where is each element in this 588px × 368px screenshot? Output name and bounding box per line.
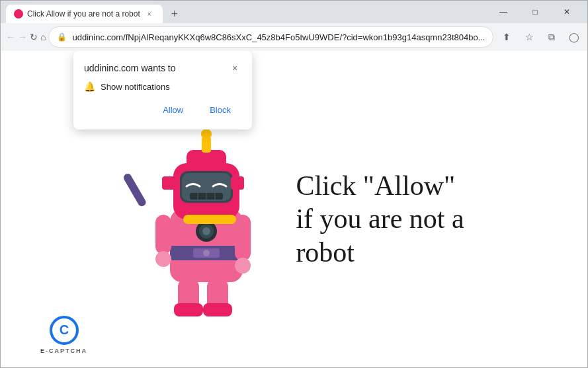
svg-rect-26 <box>174 303 203 316</box>
bell-icon: 🔔 <box>84 81 95 92</box>
maximize-button[interactable]: □ <box>520 1 550 23</box>
new-tab-button[interactable]: + <box>165 5 184 23</box>
tab-strip: Click Allow if you are not a robot × + <box>6 1 488 23</box>
ecaptcha-label: E-CAPTCHA <box>40 348 87 354</box>
svg-rect-6 <box>187 150 226 168</box>
svg-rect-22 <box>235 215 251 261</box>
svg-point-19 <box>202 227 210 235</box>
home-button[interactable]: ⌂ <box>40 26 46 48</box>
nav-right-icons: ⬆ ☆ ⧉ ◯ ⋮ <box>496 26 588 48</box>
refresh-button[interactable]: ↻ <box>30 26 38 48</box>
ecaptcha-icon: C <box>50 316 79 345</box>
title-bar: Click Allow if you are not a robot × + —… <box>1 1 587 23</box>
address-bar[interactable]: 🔒 uddininc.com/fNpjAlReqanyKKXq6w8C86sXx… <box>48 26 493 48</box>
svg-point-8 <box>201 129 212 139</box>
popup-notification-row: 🔔 Show notifications <box>84 81 241 92</box>
ecaptcha-logo: C E-CAPTCHA <box>40 316 87 354</box>
svg-rect-28 <box>183 215 236 224</box>
popup-row-text: Show notifications <box>101 82 170 92</box>
svg-rect-16 <box>231 176 244 190</box>
bookmark-icon[interactable]: ☆ <box>519 26 540 48</box>
minimize-button[interactable]: — <box>488 1 519 23</box>
captcha-line2: if you are not a <box>296 202 464 235</box>
captcha-line1: Click "Allow" <box>296 169 464 202</box>
tab-title: Click Allow if you are not a robot <box>27 9 140 18</box>
browser-tab[interactable]: Click Allow if you are not a robot × <box>6 5 163 23</box>
robot-section: Click "Allow" if you are not a robot <box>124 117 464 322</box>
popup-buttons: Allow Block <box>84 101 241 119</box>
back-button[interactable]: ← <box>6 26 15 48</box>
forward-button[interactable]: → <box>18 26 27 48</box>
page-content: uddininc.com wants to × 🔔 Show notificat… <box>1 51 587 367</box>
tab-close-button[interactable]: × <box>144 9 155 19</box>
popup-title: uddininc.com wants to <box>84 63 176 73</box>
captcha-line3: robot <box>296 236 464 269</box>
popup-header: uddininc.com wants to × <box>84 61 241 75</box>
extensions-icon[interactable]: ⧉ <box>541 26 562 48</box>
svg-point-4 <box>203 250 210 256</box>
svg-rect-0 <box>124 172 147 207</box>
window-controls: — □ ✕ <box>488 1 582 23</box>
svg-point-21 <box>155 251 171 267</box>
navigation-bar: ← → ↻ ⌂ 🔒 uddininc.com/fNpjAlReqanyKKXq6… <box>1 23 587 51</box>
share-icon[interactable]: ⬆ <box>496 26 517 48</box>
captcha-message: Click "Allow" if you are not a robot <box>296 169 464 269</box>
block-button[interactable]: Block <box>199 101 241 119</box>
svg-rect-27 <box>203 303 232 316</box>
notification-popup: uddininc.com wants to × 🔔 Show notificat… <box>73 51 252 129</box>
popup-close-button[interactable]: × <box>228 61 241 75</box>
url-text: uddininc.com/fNpjAlReqanyKKXq6w8C86sXxC_… <box>72 32 485 42</box>
profile-icon[interactable]: ◯ <box>564 26 585 48</box>
close-button[interactable]: ✕ <box>552 1 582 23</box>
chrome-window: Click Allow if you are not a robot × + —… <box>0 0 588 368</box>
lock-icon: 🔒 <box>57 32 67 42</box>
svg-rect-15 <box>162 176 175 190</box>
svg-text:C: C <box>59 322 68 337</box>
tab-favicon <box>14 9 23 18</box>
svg-rect-20 <box>155 215 171 254</box>
svg-point-23 <box>235 258 251 274</box>
allow-button[interactable]: Allow <box>152 101 194 119</box>
robot-svg <box>124 117 282 322</box>
robot-illustration <box>124 117 282 322</box>
